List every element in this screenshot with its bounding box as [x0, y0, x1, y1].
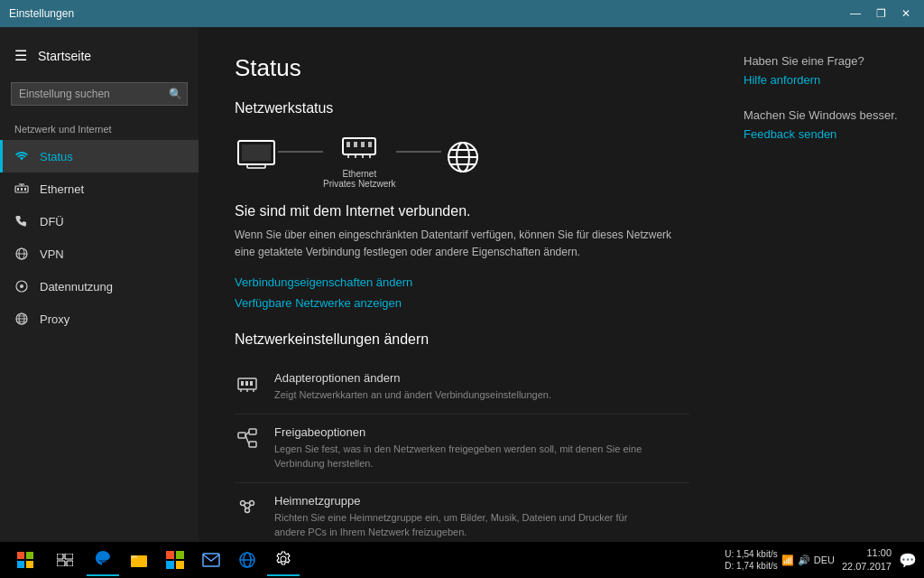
task-view-button[interactable]: [47, 542, 83, 578]
sidebar-item-datennutzung[interactable]: Datennutzung: [0, 270, 199, 303]
taskbar-ie[interactable]: [231, 544, 263, 576]
sidebar-item-status[interactable]: Status: [0, 140, 199, 172]
taskbar-clock[interactable]: 11:00 22.07.2017: [842, 546, 892, 574]
titlebar: Einstellungen — ❐ ✕: [0, 0, 924, 27]
netzwerk-section-title: Netzwerkeinstellungen ändern: [235, 331, 689, 348]
network-graphic: Ethernet Privates Netzwerk: [235, 129, 689, 189]
taskbar-mail[interactable]: [195, 544, 227, 576]
network-icon: 📶: [781, 555, 794, 566]
phone-icon: [14, 214, 29, 228]
data-icon: [14, 279, 29, 294]
svg-rect-17: [242, 144, 271, 161]
sidebar-item-vpn[interactable]: VPN: [0, 238, 199, 270]
sidebar-item-proxy[interactable]: Proxy: [0, 303, 199, 335]
right-panel: Haben Sie eine Frage? Hilfe anfordern Ma…: [725, 27, 924, 542]
link-verbindung[interactable]: Verbindungseigenschaften ändern: [235, 275, 689, 289]
minimize-button[interactable]: —: [846, 5, 864, 23]
computer-icon: [235, 139, 278, 175]
svg-rect-1: [17, 188, 19, 191]
svg-rect-67: [176, 561, 184, 569]
svg-rect-35: [241, 381, 244, 386]
settings-item-heimnetz[interactable]: Heimnetzgruppe Richten Sie eine Heimnetz…: [235, 483, 689, 542]
svg-rect-36: [245, 381, 248, 386]
sidebar-item-label-vpn: VPN: [40, 247, 64, 261]
sidebar-item-dfu[interactable]: DFÜ: [0, 205, 199, 238]
window-title: Einstellungen: [9, 7, 74, 20]
svg-rect-65: [176, 551, 184, 559]
systray: U: 1,54 kbit/s D: 1,74 kbit/s 📶 🔊 DEU: [725, 548, 835, 572]
sidebar-item-label-ethernet: Ethernet: [40, 182, 84, 196]
freigabe-title: Freigabeoptionen: [274, 425, 653, 439]
taskbar-left: [7, 542, 300, 578]
settings-item-adapter[interactable]: Adapteroptionen ändern Zeigt Netzwerkkar…: [235, 360, 689, 415]
notification-icon[interactable]: 💬: [899, 552, 917, 569]
switch-icon: [341, 129, 377, 165]
svg-rect-60: [57, 561, 65, 566]
sidebar-item-ethernet[interactable]: Ethernet: [0, 172, 199, 205]
svg-rect-41: [238, 433, 245, 438]
network-node-computer: [235, 139, 278, 179]
svg-line-45: [245, 435, 249, 444]
search-box: 🔍: [11, 82, 188, 106]
network-node-ethernet: Ethernet Privates Netzwerk: [323, 129, 396, 189]
svg-rect-23: [361, 142, 365, 147]
svg-line-50: [244, 505, 246, 508]
network-node-internet: [441, 139, 485, 179]
taskbar-store[interactable]: [159, 544, 191, 576]
clock-date: 22.07.2017: [842, 560, 892, 573]
right-help-link[interactable]: Hilfe anfordern: [744, 73, 820, 87]
start-button[interactable]: [7, 542, 43, 578]
svg-point-10: [20, 284, 23, 288]
right-feedback-link[interactable]: Feedback senden: [744, 127, 836, 141]
heimnetz-desc: Richten Sie eine Heimnetzgruppe ein, um …: [274, 510, 653, 540]
svg-rect-63: [131, 555, 137, 558]
svg-rect-57: [26, 561, 33, 568]
network-speed: U: 1,54 kbit/s D: 1,74 kbit/s: [725, 548, 777, 572]
sidebar-home[interactable]: ☰ Startseite: [0, 36, 199, 75]
svg-rect-2: [21, 188, 23, 191]
network-line-1: [278, 151, 323, 153]
taskbar: U: 1,54 kbit/s D: 1,74 kbit/s 📶 🔊 DEU 11…: [0, 542, 924, 578]
home-icon: ☰: [14, 47, 27, 64]
speaker-icon: 🔊: [798, 555, 810, 566]
network-status-title: Netzwerkstatus: [235, 100, 689, 117]
right-question-label: Haben Sie eine Frage?: [744, 54, 906, 68]
sidebar: ☰ Startseite 🔍 Netzwerk und Internet Sta…: [0, 27, 199, 542]
search-input[interactable]: [11, 82, 188, 106]
right-improve-label: Machen Sie Windows besser.: [744, 108, 906, 122]
restore-button[interactable]: ❐: [872, 5, 890, 23]
svg-rect-54: [17, 552, 24, 559]
share-icon: [235, 427, 260, 449]
taskbar-edge[interactable]: [87, 544, 119, 576]
svg-line-51: [248, 505, 251, 508]
sidebar-section-label: Netzwerk und Internet: [0, 113, 199, 140]
svg-rect-42: [249, 429, 256, 434]
status-connected-text: Sie sind mit dem Internet verbunden.: [235, 203, 689, 219]
svg-rect-24: [368, 142, 372, 147]
heimnetz-icon: [235, 496, 260, 517]
wifi-icon: [14, 149, 29, 163]
netzwerk-section: Netzwerkeinstellungen ändern Adapteropti…: [235, 331, 689, 542]
window-controls: — ❐ ✕: [846, 5, 915, 23]
svg-rect-55: [26, 552, 33, 559]
taskbar-explorer[interactable]: [123, 544, 155, 576]
adapter-icon: [235, 373, 260, 395]
settings-item-freigabe[interactable]: Freigabeoptionen Legen Sie fest, was in …: [235, 415, 689, 483]
close-button[interactable]: ✕: [897, 5, 915, 23]
right-section-help: Haben Sie eine Frage? Hilfe anfordern: [744, 54, 906, 87]
taskbar-settings[interactable]: [267, 544, 300, 576]
main-content: Status Netzwerkstatus: [199, 27, 725, 542]
link-netzwerke[interactable]: Verfügbare Netzwerke anzeigen: [235, 296, 689, 310]
svg-rect-37: [250, 381, 253, 386]
svg-rect-43: [249, 442, 256, 447]
svg-rect-19: [247, 164, 265, 168]
network-line-2: [396, 151, 441, 153]
vpn-icon: [14, 247, 29, 261]
svg-rect-22: [354, 142, 357, 147]
svg-rect-61: [67, 561, 73, 566]
svg-rect-64: [166, 551, 174, 559]
status-desc-text: Wenn Sie über einen eingeschränkten Date…: [235, 227, 689, 261]
right-section-feedback: Machen Sie Windows besser. Feedback send…: [744, 108, 906, 141]
sidebar-item-label-status: Status: [40, 150, 73, 163]
freigabe-desc: Legen Sie fest, was in den Netzwerken fr…: [274, 442, 653, 471]
